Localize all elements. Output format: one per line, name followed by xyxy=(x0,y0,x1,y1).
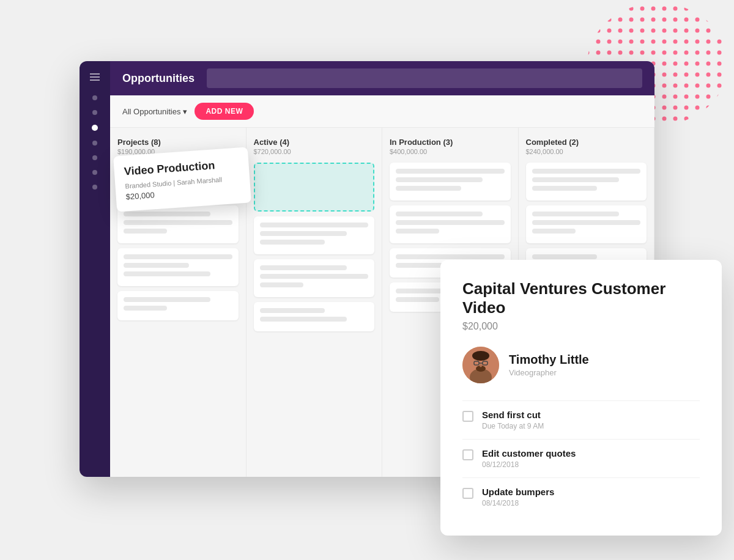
card-line xyxy=(532,254,598,259)
detail-amount: $20,000 xyxy=(462,321,700,332)
kanban-card[interactable] xyxy=(254,259,375,297)
card-line xyxy=(532,177,619,182)
task-info-0: Send first cut Due Today at 9 AM xyxy=(482,410,544,430)
kanban-card[interactable] xyxy=(390,205,511,243)
card-line xyxy=(260,308,325,313)
column-title-completed: Completed (2) xyxy=(526,138,647,147)
kanban-card[interactable] xyxy=(390,163,511,201)
card-line xyxy=(124,254,232,259)
card-line xyxy=(260,240,325,245)
card-line xyxy=(124,229,167,234)
task-checkbox-2[interactable] xyxy=(462,488,473,499)
toolbar: All Opportunities ▾ ADD NEW xyxy=(110,95,654,128)
card-line xyxy=(532,186,598,191)
task-info-1: Edit customer quotes 08/12/2018 xyxy=(482,448,576,469)
sidebar-icon-4[interactable] xyxy=(92,141,97,146)
assignee-info: Timothy Little Videographer xyxy=(509,353,589,377)
chevron-down-icon: ▾ xyxy=(183,107,187,116)
card-line xyxy=(396,212,483,216)
card-line xyxy=(260,231,347,236)
avatar xyxy=(462,347,499,383)
kanban-column-active: Active (4) $720,000.00 xyxy=(247,128,383,477)
card-line xyxy=(260,282,303,287)
card-line xyxy=(532,212,619,216)
column-title-in-production: In Production (3) xyxy=(390,138,511,147)
drag-placeholder xyxy=(254,163,375,212)
task-item-0: Send first cut Due Today at 9 AM xyxy=(462,400,700,439)
kanban-card[interactable] xyxy=(254,216,375,254)
column-amount-completed: $240,000.00 xyxy=(526,148,647,155)
card-line xyxy=(396,169,505,174)
flying-card[interactable]: Video Production Branded Studio | Sarah … xyxy=(113,147,251,212)
card-line xyxy=(532,220,641,225)
card-line xyxy=(260,223,369,227)
card-line xyxy=(260,317,347,322)
card-line xyxy=(532,229,576,234)
card-line xyxy=(260,274,369,279)
sidebar-icon-1[interactable] xyxy=(92,95,97,100)
sidebar xyxy=(80,61,110,477)
detail-panel: Capital Ventures Customer Video $20,000 xyxy=(440,260,722,536)
task-info-2: Update bumpers 08/14/2018 xyxy=(482,487,554,507)
detail-title: Capital Ventures Customer Video xyxy=(462,279,700,317)
card-line xyxy=(396,254,505,259)
kanban-card[interactable] xyxy=(526,205,647,243)
task-label-2: Update bumpers xyxy=(482,487,554,497)
sidebar-icon-7[interactable] xyxy=(92,185,97,190)
card-line xyxy=(124,220,232,225)
card-line xyxy=(124,297,210,302)
column-title-projects: Projects (8) xyxy=(117,138,239,147)
column-header-completed: Completed (2) $240,000.00 xyxy=(526,138,647,155)
kanban-card[interactable] xyxy=(117,248,239,286)
avatar-image xyxy=(462,347,499,383)
column-header-in-production: In Production (3) $400,000.00 xyxy=(390,138,511,155)
task-label-1: Edit customer quotes xyxy=(482,448,576,459)
card-line xyxy=(124,271,210,276)
add-new-button[interactable]: ADD NEW xyxy=(195,103,254,120)
column-title-active: Active (4) xyxy=(254,138,375,147)
card-line xyxy=(396,186,461,191)
task-checkbox-0[interactable] xyxy=(462,411,473,422)
task-due-2: 08/14/2018 xyxy=(482,499,554,507)
sidebar-icon-5[interactable] xyxy=(92,155,97,160)
card-line xyxy=(124,263,189,268)
kanban-card[interactable] xyxy=(117,291,239,320)
task-due-1: 08/12/2018 xyxy=(482,460,576,469)
task-due-0: Due Today at 9 AM xyxy=(482,422,544,430)
card-line xyxy=(124,306,167,311)
filter-dropdown[interactable]: All Opportunities ▾ xyxy=(122,107,187,116)
card-line xyxy=(396,220,505,225)
assignee-name: Timothy Little xyxy=(509,353,589,367)
card-line xyxy=(396,177,483,182)
hamburger-icon[interactable] xyxy=(90,73,100,81)
column-amount-active: $720,000.00 xyxy=(254,148,375,155)
assignee-role: Videographer xyxy=(509,368,589,377)
page-title: Opportunities xyxy=(122,72,195,85)
kanban-card[interactable] xyxy=(254,302,375,331)
card-line xyxy=(532,169,641,174)
task-label-0: Send first cut xyxy=(482,410,544,420)
kanban-card[interactable] xyxy=(117,205,239,243)
column-header-active: Active (4) $720,000.00 xyxy=(254,138,375,155)
kanban-card[interactable] xyxy=(526,163,647,201)
sidebar-icon-2[interactable] xyxy=(92,110,97,115)
assignee-row: Timothy Little Videographer xyxy=(462,347,700,383)
task-item-1: Edit customer quotes 08/12/2018 xyxy=(462,439,700,477)
search-bar[interactable] xyxy=(207,68,642,88)
svg-point-11 xyxy=(480,364,482,367)
card-line xyxy=(396,229,439,234)
card-line xyxy=(396,297,439,302)
card-line xyxy=(260,265,347,270)
task-checkbox-1[interactable] xyxy=(462,449,473,460)
card-line xyxy=(124,212,210,216)
column-amount-in-production: $400,000.00 xyxy=(390,148,511,155)
task-item-2: Update bumpers 08/14/2018 xyxy=(462,477,700,516)
sidebar-icon-3[interactable] xyxy=(92,125,98,131)
sidebar-icon-6[interactable] xyxy=(92,170,97,175)
app-header: Opportunities xyxy=(110,61,654,95)
svg-point-6 xyxy=(472,351,489,361)
